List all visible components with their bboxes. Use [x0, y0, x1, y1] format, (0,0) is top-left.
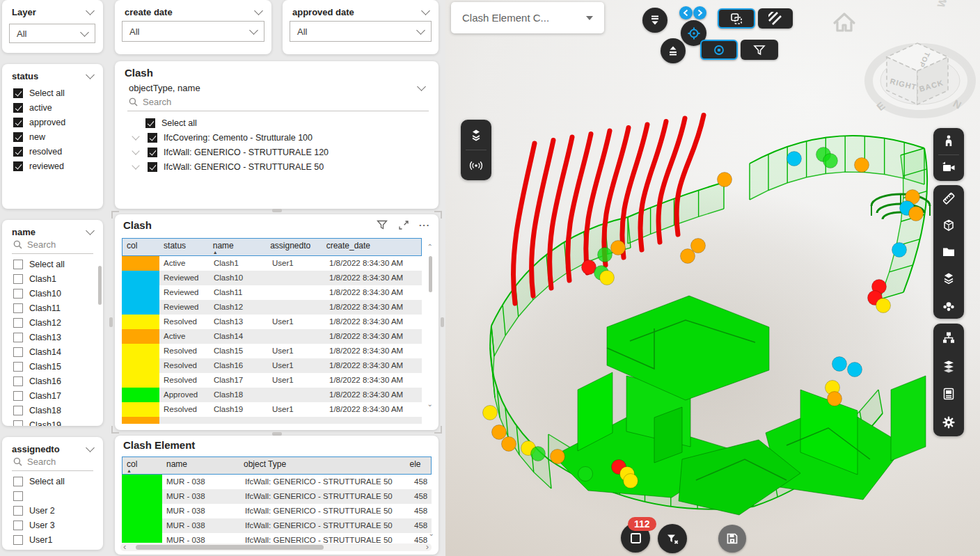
floors-button[interactable] [933, 352, 964, 381]
isolate-selection-button[interactable] [700, 40, 738, 60]
column-header-object-type[interactable]: object Type [239, 457, 406, 474]
scroll-up-arrow[interactable]: ⌃ [427, 244, 433, 251]
viewer-3d[interactable]: E N W TOP RIGHT BACK Clash Element C... [445, 0, 980, 556]
table-row[interactable]: ResolvedClash16User11/8/2022 8:34:30 AM [122, 358, 422, 373]
clash-marker[interactable] [832, 357, 847, 372]
settings-button[interactable] [933, 408, 964, 437]
clash-marker[interactable] [828, 392, 842, 406]
name-option[interactable]: Clash14 [2, 344, 103, 359]
checkbox[interactable] [13, 147, 23, 157]
checkbox[interactable] [13, 103, 23, 113]
assignedto-option[interactable] [2, 489, 103, 503]
camera-views-button[interactable] [933, 155, 964, 182]
table-row[interactable]: ResolvedClash19User11/8/2022 8:34:30 AM [122, 402, 422, 417]
name-option[interactable]: Clash17 [2, 388, 103, 403]
checkbox[interactable] [13, 521, 23, 530]
selection-handle[interactable] [441, 317, 444, 327]
scroll-left-arrow[interactable]: ‹ [123, 541, 126, 552]
expand-down-button[interactable] [642, 8, 667, 33]
table-row[interactable]: MUR - 038IfcWall: GENERICO - STRUTTURALE… [122, 475, 432, 489]
checkbox[interactable] [13, 420, 23, 427]
clash-marker[interactable] [718, 173, 732, 187]
column-header-status[interactable]: status [159, 239, 209, 255]
checkbox[interactable] [13, 260, 23, 269]
table-row[interactable]: ResolvedClash15User11/8/2022 8:34:30 AM [122, 344, 422, 358]
name-option[interactable]: Clash16 [2, 374, 103, 388]
slicer-tree-item[interactable]: IfcWall: GENERICO - STRUTTURALE 120 [115, 145, 438, 159]
clash-marker[interactable] [787, 152, 802, 166]
clash-marker[interactable] [909, 207, 924, 221]
scroll-down-arrow[interactable]: ⌄ [427, 401, 433, 408]
clash-marker[interactable] [578, 467, 593, 482]
clash-marker[interactable] [502, 437, 516, 452]
checkbox[interactable] [13, 303, 23, 313]
assignedto-option[interactable]: User 2 [2, 503, 103, 518]
checkbox[interactable] [13, 274, 23, 284]
status-option[interactable]: approved [2, 115, 103, 129]
clash-marker[interactable] [681, 249, 695, 264]
expand-chevron-icon[interactable] [132, 161, 139, 169]
clash-marker[interactable] [483, 406, 498, 420]
name-option[interactable]: Clash11 [2, 301, 103, 315]
scroll-right-arrow[interactable]: › [426, 541, 429, 552]
viewer-mode-dropdown[interactable]: Clash Element C... [451, 2, 604, 33]
clash-marker[interactable] [848, 363, 862, 377]
name-option[interactable]: Clash18 [2, 403, 103, 418]
create-date-dropdown[interactable]: All [122, 21, 264, 42]
chevron-down-icon[interactable] [86, 226, 95, 235]
table-row[interactable]: ActiveClash1User11/8/2022 8:34:30 AM [122, 256, 422, 271]
checkbox[interactable] [13, 406, 23, 415]
model-tree-button[interactable] [933, 324, 964, 352]
slicer-tree-item[interactable]: IfcCovering: Cemento - Strutturale 100 [115, 130, 438, 145]
table-row[interactable]: ReviewedClash111/8/2022 8:34:30 AM [122, 285, 422, 300]
table-row[interactable]: MUR - 038IfcWall: GENERICO - STRUTTURALE… [122, 489, 432, 504]
approved-date-dropdown[interactable]: All [290, 21, 432, 42]
checkbox[interactable] [13, 376, 23, 386]
prev-arrow-button[interactable] [679, 6, 693, 19]
assignedto-option[interactable]: User1 [2, 532, 103, 547]
table-row[interactable]: MUR - 038IfcWall: GENERICO - STRUTTURALE… [122, 504, 432, 518]
name-option[interactable]: Clash19 [2, 418, 103, 426]
checkbox[interactable] [13, 362, 23, 372]
clash-marker[interactable] [876, 299, 891, 313]
filter-view-button[interactable] [741, 40, 778, 60]
checkbox[interactable] [13, 347, 23, 357]
status-option[interactable]: Select all [2, 86, 103, 100]
model-3d[interactable]: E N W TOP RIGHT BACK [445, 0, 980, 556]
table-row[interactable]: ActiveClash141/8/2022 8:34:30 AM [122, 329, 422, 344]
more-options-icon[interactable]: ··· [419, 220, 430, 230]
column-header-assignedto[interactable]: assignedto [266, 239, 322, 255]
home-icon[interactable] [830, 8, 859, 36]
table-row[interactable]: ResolvedClash13User11/8/2022 8:34:30 AM [122, 315, 422, 329]
clash-marker[interactable] [531, 447, 546, 461]
checkbox[interactable] [13, 391, 23, 401]
assignedto-option[interactable]: Select all [2, 474, 103, 489]
chevron-down-icon[interactable] [86, 443, 95, 452]
clash-element-hscrollbar[interactable]: ‹ › [120, 543, 432, 551]
column-header-col[interactable]: col▲ [122, 457, 162, 474]
clash-marker[interactable] [855, 158, 869, 173]
status-option[interactable]: resolved [2, 144, 103, 159]
name-option[interactable]: Clash12 [2, 315, 103, 330]
expand-chevron-icon[interactable] [132, 147, 139, 154]
name-option[interactable]: Clash1 [2, 271, 103, 286]
column-header-name[interactable]: name [162, 457, 239, 474]
save-view-button[interactable] [718, 525, 746, 553]
select-elements-button[interactable] [718, 8, 755, 29]
expand-up-button[interactable] [661, 38, 686, 63]
checkbox[interactable] [13, 491, 23, 501]
table-row[interactable]: MUR - 038IfcWall: GENERICO - STRUTTURALE… [122, 518, 432, 533]
view-cube[interactable]: E N W TOP RIGHT BACK [869, 0, 972, 114]
layers-button[interactable] [461, 120, 491, 150]
chevron-down-icon[interactable] [86, 6, 95, 15]
model-layers-button[interactable] [933, 265, 964, 292]
assignedto-search-input[interactable]: Search [12, 454, 93, 471]
name-option[interactable]: Clash15 [2, 359, 103, 374]
selection-handle[interactable] [109, 317, 113, 327]
name-list-scrollbar[interactable] [98, 266, 102, 305]
name-option[interactable]: Clash13 [2, 330, 103, 344]
clear-filter-button[interactable] [658, 524, 687, 553]
checkbox[interactable] [148, 148, 157, 157]
slicer-tree-item[interactable]: IfcWall: GENERICO - STRUTTURALE 50 [115, 159, 438, 174]
clash-marker[interactable] [600, 271, 615, 285]
